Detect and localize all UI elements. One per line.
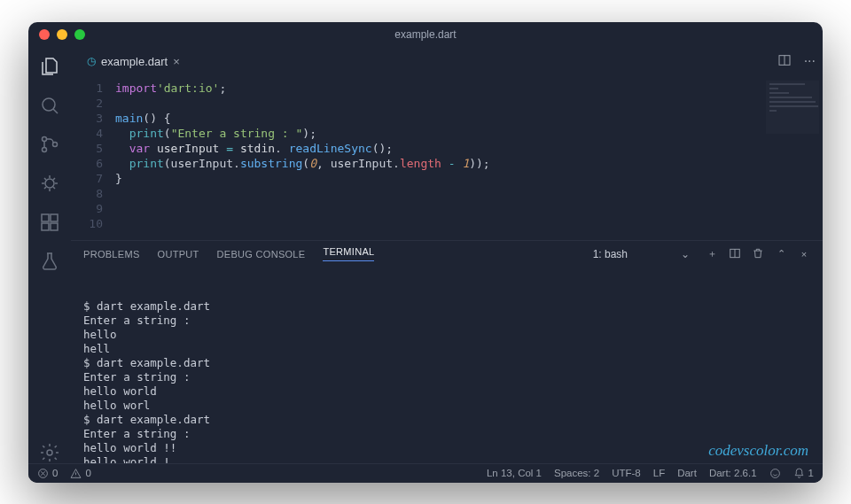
close-window-button[interactable] — [39, 29, 50, 40]
tab-actions: ··· — [777, 53, 816, 71]
status-dart-version[interactable]: Dart: 2.6.1 — [709, 468, 757, 478]
tab-output[interactable]: OUTPUT — [158, 249, 199, 260]
split-terminal-icon[interactable] — [729, 247, 741, 261]
window-title: example.dart — [28, 28, 823, 41]
svg-rect-8 — [51, 223, 58, 230]
editor-window: example.dart — [28, 22, 823, 483]
status-spaces[interactable]: Spaces: 2 — [554, 468, 599, 478]
debug-icon[interactable] — [39, 173, 60, 194]
window-controls — [39, 29, 85, 40]
status-feedback-icon[interactable] — [769, 468, 781, 479]
svg-point-1 — [43, 136, 47, 141]
dart-file-icon: ◷ — [87, 55, 96, 67]
search-icon[interactable] — [39, 95, 60, 116]
panel-actions: 1: bash ⌄ ＋ ⌃ × — [588, 246, 810, 262]
test-icon[interactable] — [39, 251, 60, 272]
watermark: codevscolor.com — [708, 444, 808, 458]
svg-rect-7 — [42, 223, 49, 230]
svg-rect-6 — [51, 214, 58, 221]
activity-bar — [28, 47, 71, 463]
svg-point-9 — [47, 450, 52, 455]
tab-filename: example.dart — [101, 55, 168, 68]
status-warnings[interactable]: 0 — [70, 468, 90, 479]
svg-point-0 — [43, 98, 55, 111]
status-encoding[interactable]: UTF-8 — [612, 468, 641, 478]
status-errors[interactable]: 0 — [37, 468, 58, 479]
files-icon[interactable] — [39, 56, 60, 77]
status-notifications[interactable]: 1 — [793, 468, 814, 479]
svg-point-2 — [43, 147, 47, 151]
bottom-panel: PROBLEMS OUTPUT DEBUG CONSOLE TERMINAL 1… — [71, 240, 823, 463]
terminal-output[interactable]: $ dart example.dartEnter a string :hello… — [71, 268, 823, 463]
status-cursor[interactable]: Ln 13, Col 1 — [487, 468, 542, 478]
kill-terminal-icon[interactable] — [752, 247, 764, 261]
terminal-selector-label: 1: bash — [593, 248, 628, 260]
close-tab-icon[interactable]: × — [173, 55, 180, 68]
titlebar: example.dart — [28, 22, 823, 47]
tab-terminal[interactable]: TERMINAL — [323, 246, 374, 261]
status-language[interactable]: Dart — [677, 468, 697, 478]
svg-point-4 — [45, 179, 54, 188]
chevron-down-icon: ⌄ — [681, 248, 690, 260]
maximize-panel-icon[interactable]: ⌃ — [775, 248, 787, 260]
panel-tabs: PROBLEMS OUTPUT DEBUG CONSOLE TERMINAL 1… — [71, 241, 823, 268]
git-icon[interactable] — [39, 134, 60, 155]
main-area: ◷ example.dart × ··· 12345678910 import'… — [71, 47, 823, 463]
svg-point-13 — [770, 469, 779, 477]
svg-rect-5 — [42, 214, 49, 221]
code-editor[interactable]: 12345678910 import'dart:io'; main() { pr… — [71, 77, 823, 240]
tab-problems[interactable]: PROBLEMS — [83, 249, 140, 260]
tab-example-dart[interactable]: ◷ example.dart × — [78, 50, 189, 74]
editor-tabbar: ◷ example.dart × ··· — [71, 47, 823, 77]
new-terminal-icon[interactable]: ＋ — [706, 247, 718, 260]
minimize-window-button[interactable] — [57, 29, 67, 40]
close-panel-icon[interactable]: × — [798, 249, 810, 260]
terminal-selector[interactable]: 1: bash ⌄ — [588, 246, 695, 262]
zoom-window-button[interactable] — [74, 29, 85, 40]
status-eol[interactable]: LF — [653, 468, 665, 478]
settings-icon[interactable] — [39, 442, 60, 463]
split-editor-icon[interactable] — [777, 53, 792, 71]
line-number-gutter: 12345678910 — [71, 81, 115, 231]
svg-point-3 — [53, 142, 58, 146]
extensions-icon[interactable] — [39, 212, 60, 233]
more-actions-icon[interactable]: ··· — [804, 53, 816, 71]
code-content[interactable]: import'dart:io'; main() { print("Enter a… — [115, 81, 823, 231]
tab-debug-console[interactable]: DEBUG CONSOLE — [217, 249, 306, 260]
status-bar: 0 0 Ln 13, Col 1 Spaces: 2 UTF-8 LF Dart… — [28, 463, 823, 483]
workspace: ◷ example.dart × ··· 12345678910 import'… — [28, 47, 823, 463]
